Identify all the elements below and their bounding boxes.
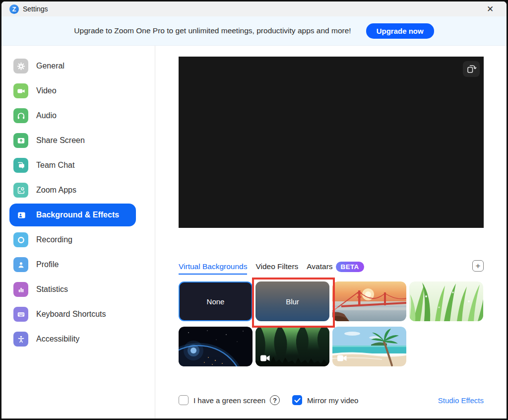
- sidebar-item-background-effects[interactable]: Background & Effects: [9, 204, 136, 226]
- sidebar-item-label: Share Screen: [36, 136, 85, 145]
- zoom-apps-icon: [13, 183, 28, 198]
- add-background-button[interactable]: +: [472, 260, 484, 272]
- upgrade-banner-text: Upgrade to Zoom One Pro to get unlimited…: [74, 26, 351, 35]
- sidebar-item-keyboard-shortcuts[interactable]: Keyboard Shortcuts: [1, 302, 155, 327]
- sidebar-item-label: Statistics: [36, 285, 68, 294]
- background-tile-none[interactable]: None: [179, 281, 253, 321]
- mirror-video-label: Mirror my video: [307, 396, 358, 405]
- upgrade-banner: Upgrade to Zoom One Pro to get unlimited…: [1, 16, 507, 46]
- background-tile-blur[interactable]: Blur: [255, 281, 329, 321]
- sidebar-item-label: Audio: [36, 111, 57, 120]
- video-background-icon: [337, 354, 347, 363]
- beta-badge: BETA: [336, 262, 364, 272]
- sidebar-item-label: Background & Effects: [36, 210, 119, 219]
- zoom-logo-icon: Z: [9, 4, 19, 14]
- record-ring-icon: [13, 232, 28, 247]
- mirror-video-checkbox[interactable]: [292, 395, 302, 405]
- video-preview: [179, 57, 484, 228]
- background-tabs: Virtual Backgrounds Video Filters Avatar…: [179, 259, 484, 274]
- sidebar-item-label: Recording: [36, 235, 72, 244]
- sidebar-item-label: Accessibility: [36, 335, 79, 344]
- sidebar-item-video[interactable]: Video: [1, 78, 155, 103]
- window-title: Settings: [23, 5, 48, 13]
- background-options-bar: I have a green screen ? Mirror my video …: [179, 392, 484, 408]
- background-tile-tropical-beach[interactable]: [332, 327, 406, 366]
- keyboard-icon: [13, 307, 28, 322]
- tab-video-filters[interactable]: Video Filters: [255, 262, 298, 271]
- background-person-icon: [14, 208, 29, 222]
- sidebar-item-label: Keyboard Shortcuts: [36, 310, 106, 319]
- video-camera-icon: [13, 83, 28, 98]
- rotate-camera-icon[interactable]: [463, 61, 480, 77]
- settings-sidebar: General Video Audio Share Screen: [1, 46, 155, 420]
- sidebar-item-label: Profile: [36, 260, 59, 269]
- tile-label: None: [207, 297, 225, 306]
- sidebar-item-statistics[interactable]: Statistics: [1, 277, 155, 302]
- background-tile-aurora-forest[interactable]: [255, 327, 329, 366]
- profile-person-icon: [13, 257, 28, 272]
- accessibility-person-icon: [13, 332, 28, 347]
- background-tile-grass-closeup[interactable]: [409, 281, 483, 321]
- sidebar-item-zoom-apps[interactable]: Zoom Apps: [1, 178, 155, 203]
- green-screen-label: I have a green screen: [193, 396, 265, 405]
- tab-avatars[interactable]: Avatars: [307, 262, 332, 271]
- chat-bubbles-icon: [13, 158, 28, 173]
- sidebar-item-label: Zoom Apps: [36, 186, 76, 195]
- upgrade-now-button[interactable]: Upgrade now: [366, 23, 434, 39]
- help-icon[interactable]: ?: [270, 395, 280, 405]
- background-effects-panel: Virtual Backgrounds Video Filters Avatar…: [155, 46, 507, 420]
- sidebar-item-label: General: [36, 62, 64, 70]
- sidebar-item-share-screen[interactable]: Share Screen: [1, 128, 155, 153]
- studio-effects-link[interactable]: Studio Effects: [438, 396, 484, 405]
- sidebar-item-label: Team Chat: [36, 161, 74, 170]
- sidebar-item-profile[interactable]: Profile: [1, 252, 155, 277]
- sidebar-item-team-chat[interactable]: Team Chat: [1, 153, 155, 178]
- sidebar-item-audio[interactable]: Audio: [1, 103, 155, 128]
- virtual-backgrounds-grid: None Blur: [179, 281, 486, 372]
- sidebar-item-recording[interactable]: Recording: [1, 227, 155, 252]
- gear-icon: [13, 59, 28, 73]
- title-bar: Z Settings ✕: [1, 1, 507, 16]
- close-icon[interactable]: ✕: [483, 1, 498, 16]
- bar-chart-icon: [13, 282, 28, 297]
- background-tile-earth-from-space[interactable]: [179, 327, 253, 366]
- green-screen-checkbox[interactable]: [179, 395, 189, 405]
- settings-window: Z Settings ✕ Upgrade to Zoom One Pro to …: [0, 0, 508, 420]
- sidebar-item-accessibility[interactable]: Accessibility: [1, 327, 155, 351]
- tile-label: Blur: [286, 297, 299, 306]
- video-background-icon: [260, 354, 270, 363]
- tab-virtual-backgrounds[interactable]: Virtual Backgrounds: [179, 262, 247, 275]
- background-tile-golden-gate-bridge[interactable]: [332, 281, 406, 321]
- headphones-icon: [13, 108, 28, 123]
- share-screen-icon: [13, 133, 28, 148]
- sidebar-item-general[interactable]: General: [1, 54, 155, 78]
- sidebar-item-label: Video: [36, 86, 57, 95]
